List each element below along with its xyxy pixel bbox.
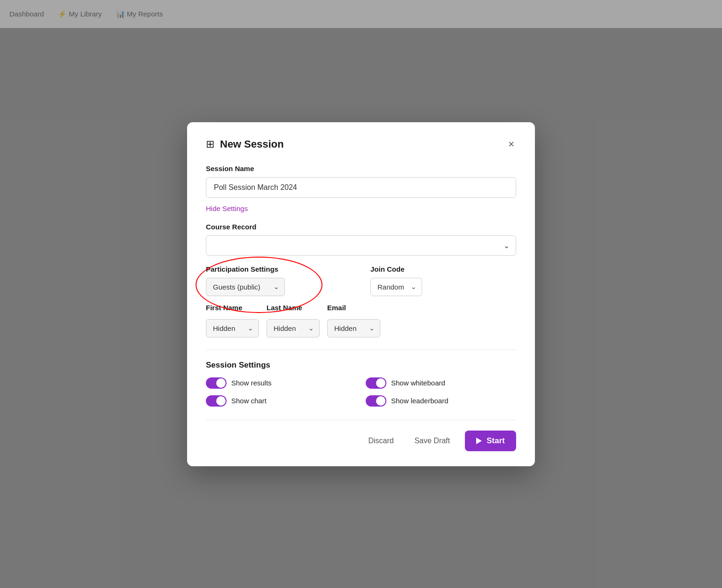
show-chart-row: Show chart <box>206 395 356 407</box>
session-settings-section: Session Settings Show results <box>206 350 516 407</box>
participation-select-wrapper: Guests (public) Registered Users Course … <box>206 278 285 296</box>
show-results-toggle[interactable] <box>206 377 227 389</box>
show-chart-label: Show chart <box>231 397 267 405</box>
show-whiteboard-row: Show whiteboard <box>366 377 516 389</box>
participation-join-row: Participation Settings Guests (public) R… <box>206 265 516 296</box>
show-results-track <box>206 377 227 389</box>
last-name-group: Last Name Hidden Optional Required ⌄ <box>267 304 320 337</box>
last-name-select-wrapper: Hidden Optional Required ⌄ <box>267 319 320 337</box>
show-whiteboard-thumb <box>376 378 385 388</box>
show-leaderboard-thumb <box>376 396 385 406</box>
join-code-select-wrapper: Random Custom ⌄ <box>370 278 422 296</box>
modal-title-row: ⊞ New Session <box>206 138 284 150</box>
email-select-wrapper: Hidden Optional Required ⌄ <box>327 319 380 337</box>
close-button[interactable]: × <box>506 137 516 151</box>
show-chart-thumb <box>216 396 226 406</box>
new-session-modal: ⊞ New Session × Session Name Hide Settin… <box>187 122 535 466</box>
last-name-label: Last Name <box>267 304 320 312</box>
show-leaderboard-row: Show leaderboard <box>366 395 516 407</box>
show-results-thumb <box>216 378 226 388</box>
session-name-section: Session Name <box>206 165 516 198</box>
first-name-group: First Name Hidden Optional Required ⌄ <box>206 304 259 337</box>
course-record-select[interactable] <box>206 235 516 256</box>
session-name-input[interactable] <box>206 177 516 198</box>
show-leaderboard-track <box>366 395 386 407</box>
play-icon <box>476 438 482 444</box>
show-whiteboard-track <box>366 377 386 389</box>
email-label: Email <box>327 304 380 312</box>
modal-title: New Session <box>220 138 284 150</box>
course-record-section: Course Record ⌄ <box>206 223 516 256</box>
participation-col: Participation Settings Guests (public) R… <box>206 265 352 296</box>
show-leaderboard-toggle[interactable] <box>366 395 386 407</box>
first-name-select[interactable]: Hidden Optional Required <box>206 319 259 337</box>
show-results-label: Show results <box>231 379 272 387</box>
show-results-row: Show results <box>206 377 356 389</box>
participation-label: Participation Settings <box>206 265 352 273</box>
modal-header: ⊞ New Session × <box>206 137 516 151</box>
join-code-select[interactable]: Random Custom <box>370 278 422 296</box>
toggle-grid: Show results Show whiteboard <box>206 377 516 407</box>
show-leaderboard-label: Show leaderboard <box>391 397 448 405</box>
discard-button[interactable]: Discard <box>362 433 399 449</box>
course-record-label: Course Record <box>206 223 516 231</box>
email-group: Email Hidden Optional Required ⌄ <box>327 304 380 337</box>
modal-backdrop: ⊞ New Session × Session Name Hide Settin… <box>0 0 722 588</box>
participation-select[interactable]: Guests (public) Registered Users Course … <box>206 278 285 296</box>
first-name-label: First Name <box>206 304 259 312</box>
join-code-col: Join Code Random Custom ⌄ <box>370 265 516 296</box>
last-name-select[interactable]: Hidden Optional Required <box>267 319 320 337</box>
session-name-label: Session Name <box>206 165 516 172</box>
show-chart-toggle[interactable] <box>206 395 227 407</box>
hide-settings-link[interactable]: Hide Settings <box>206 204 248 212</box>
show-whiteboard-toggle[interactable] <box>366 377 386 389</box>
start-label: Start <box>487 436 505 446</box>
session-settings-title: Session Settings <box>206 361 516 370</box>
session-icon: ⊞ <box>206 138 214 150</box>
join-code-label: Join Code <box>370 265 516 273</box>
course-record-wrapper: ⌄ <box>206 235 516 256</box>
first-name-select-wrapper: Hidden Optional Required ⌄ <box>206 319 259 337</box>
modal-footer: Discard Save Draft Start <box>206 420 516 451</box>
name-email-row: First Name Hidden Optional Required ⌄ La… <box>206 304 516 337</box>
show-chart-track <box>206 395 227 407</box>
save-draft-button[interactable]: Save Draft <box>409 433 456 449</box>
email-select[interactable]: Hidden Optional Required <box>327 319 380 337</box>
show-whiteboard-label: Show whiteboard <box>391 379 445 387</box>
start-button[interactable]: Start <box>465 431 516 451</box>
